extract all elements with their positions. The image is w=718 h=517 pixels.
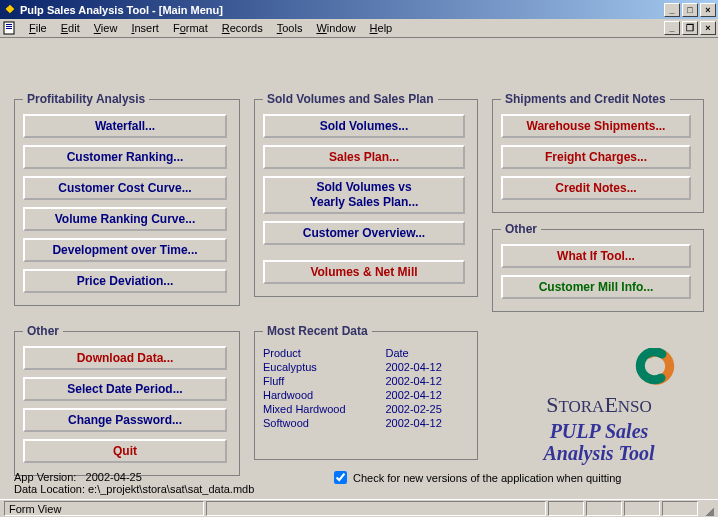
statusbar-view: Form View [4,501,204,516]
sold-volumes-button[interactable]: Sold Volumes... [263,114,465,138]
menu-records[interactable]: Records [215,20,270,36]
svg-rect-1 [6,24,12,25]
menu-file[interactable]: File [22,20,54,36]
close-button[interactable]: × [700,3,716,17]
data-location-value: e:\_projekt\stora\sat\sat_data.mdb [88,483,254,495]
minimize-button[interactable]: _ [664,3,680,17]
menu-bar: File Edit View Insert Format Records Too… [0,19,718,38]
volumes-net-mill-button[interactable]: Volumes & Net Mill [263,260,465,284]
menu-view[interactable]: View [87,20,125,36]
menu-insert[interactable]: Insert [124,20,166,36]
check-updates-row[interactable]: Check for new versions of the applicatio… [334,471,621,484]
freight-charges-button[interactable]: Freight Charges... [501,145,691,169]
check-updates-label: Check for new versions of the applicatio… [353,472,621,484]
mdi-minimize-button[interactable]: _ [664,21,680,35]
quit-button[interactable]: Quit [23,439,227,463]
statusbar-kb3 [624,501,660,516]
price-deviation-button[interactable]: Price Deviation... [23,269,227,293]
data-location-label: Data Location: [14,483,85,495]
statusbar: Form View [0,499,718,517]
statusbar-kb1 [548,501,584,516]
menu-window[interactable]: Window [309,20,362,36]
app-icon: ❖ [3,3,17,17]
customer-mill-info-button[interactable]: Customer Mill Info... [501,275,691,299]
sales-plan-button[interactable]: Sales Plan... [263,145,465,169]
menu-tools[interactable]: Tools [270,20,310,36]
window-controls: _ □ × [664,3,716,17]
group-other-left: Other Download Data... Select Date Perio… [14,324,240,476]
customer-cost-curve-button[interactable]: Customer Cost Curve... [23,176,227,200]
group-shipments-legend: Shipments and Credit Notes [501,92,670,106]
group-sold-volumes: Sold Volumes and Sales Plan Sold Volumes… [254,92,478,297]
table-row: Fluff2002-04-12 [263,374,469,388]
customer-overview-button[interactable]: Customer Overview... [263,221,465,245]
mdi-close-button[interactable]: × [700,21,716,35]
group-most-recent-data: Most Recent Data Product Date Eucalyptus… [254,324,478,460]
credit-notes-button[interactable]: Credit Notes... [501,176,691,200]
group-recent-legend: Most Recent Data [263,324,372,338]
menu-edit[interactable]: Edit [54,20,87,36]
customer-ranking-button[interactable]: Customer Ranking... [23,145,227,169]
brand-company-name: STORAENSO [494,392,704,418]
svg-rect-2 [6,26,12,27]
statusbar-kb4 [662,501,698,516]
table-row: Softwood2002-04-12 [263,416,469,430]
change-password-button[interactable]: Change Password... [23,408,227,432]
group-shipments: Shipments and Credit Notes Warehouse Shi… [492,92,704,213]
maximize-button[interactable]: □ [682,3,698,17]
group-other-right: Other What If Tool... Customer Mill Info… [492,222,704,312]
table-row: Hardwood2002-04-12 [263,388,469,402]
sold-vs-plan-button[interactable]: Sold Volumes vsYearly Sales Plan... [263,176,465,214]
volume-ranking-curve-button[interactable]: Volume Ranking Curve... [23,207,227,231]
table-row: Mixed Hardwood2002-02-25 [263,402,469,416]
group-profitability: Profitability Analysis Waterfall... Cust… [14,92,240,306]
group-other-left-legend: Other [23,324,63,338]
recent-data-table: Product Date Eucalyptus2002-04-12 Fluff2… [263,346,469,430]
version-label: App Version: [14,471,76,483]
warehouse-shipments-button[interactable]: Warehouse Shipments... [501,114,691,138]
table-row: Eucalyptus2002-04-12 [263,360,469,374]
titlebar: ❖ Pulp Sales Analysis Tool - [Main Menu]… [0,0,718,19]
statusbar-spacer [206,501,546,516]
footer: App Version: 2002-04-25 Data Location: e… [14,471,704,495]
development-over-time-button[interactable]: Development over Time... [23,238,227,262]
menu-format[interactable]: Format [166,20,215,36]
recent-header-date: Date [385,346,469,360]
group-other-right-legend: Other [501,222,541,236]
mdi-doc-icon[interactable] [2,20,18,36]
group-sold-legend: Sold Volumes and Sales Plan [263,92,438,106]
main-content: Profitability Analysis Waterfall... Cust… [0,38,718,499]
resize-grip-icon[interactable] [700,502,714,516]
window-title: Pulp Sales Analysis Tool - [Main Menu] [20,4,664,16]
download-data-button[interactable]: Download Data... [23,346,227,370]
version-value: 2002-04-25 [86,471,142,483]
select-date-period-button[interactable]: Select Date Period... [23,377,227,401]
svg-rect-3 [6,28,12,29]
group-profitability-legend: Profitability Analysis [23,92,149,106]
brand-logo-icon [499,348,699,388]
waterfall-button[interactable]: Waterfall... [23,114,227,138]
what-if-tool-button[interactable]: What If Tool... [501,244,691,268]
statusbar-kb2 [586,501,622,516]
check-updates-checkbox[interactable] [334,471,347,484]
mdi-restore-button[interactable]: ❐ [682,21,698,35]
recent-header-product: Product [263,346,385,360]
brand-area: STORAENSO PULP Sales Analysis Tool [494,348,704,458]
brand-subtitle: PULP Sales Analysis Tool [494,420,704,464]
menu-help[interactable]: Help [363,20,400,36]
